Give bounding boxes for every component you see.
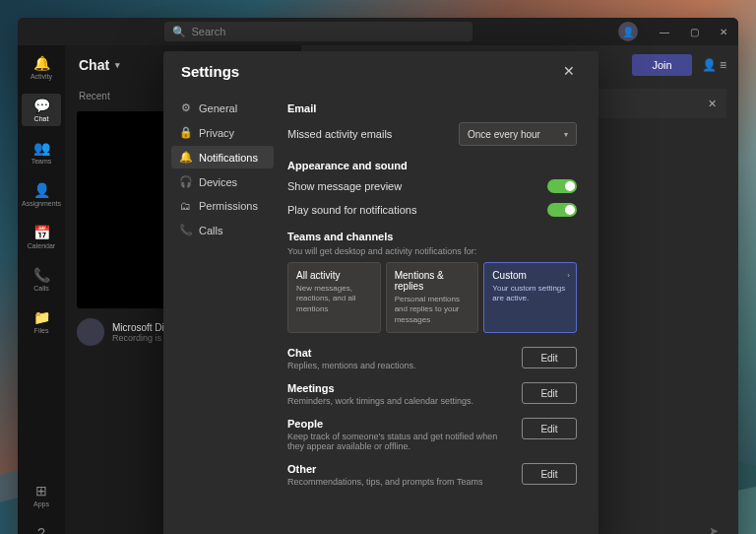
preview-toggle[interactable] [547, 179, 577, 193]
settings-title: Settings [181, 63, 557, 80]
edit-meetings-desc: Reminders, work timings and calendar set… [287, 396, 512, 406]
gear-icon: ⚙ [179, 101, 192, 114]
edit-meetings-button[interactable]: Edit [522, 382, 577, 404]
files-icon: 📁 [33, 309, 50, 325]
rail-calendar[interactable]: 📅Calendar [22, 221, 61, 253]
minimize-button[interactable]: — [650, 18, 679, 45]
send-icon[interactable]: ➤ [709, 524, 719, 534]
rail-help[interactable]: ?Help [22, 521, 61, 534]
rail-apps[interactable]: ⊞Apps [22, 479, 61, 511]
section-teams-title: Teams and channels [287, 231, 577, 242]
chat-header-label: Chat [79, 57, 109, 73]
rail-teams[interactable]: 👥Teams [22, 136, 61, 168]
close-window-button[interactable]: ✕ [709, 18, 738, 45]
missed-activity-dropdown[interactable]: Once every hour ▾ [459, 122, 577, 146]
card-all-activity[interactable]: All activity New messages, reactions, an… [287, 262, 381, 333]
settings-content: Email Missed activity emails Once every … [282, 91, 598, 534]
chevron-right-icon: › [567, 271, 570, 280]
card-custom[interactable]: › Custom Your custom settings are active… [483, 262, 577, 333]
chevron-down-icon: ▾ [115, 60, 120, 70]
rail-assignments[interactable]: 👤Assignments [22, 178, 61, 211]
missed-activity-label: Missed activity emails [287, 128, 459, 140]
nav-notifications[interactable]: 🔔Notifications [171, 146, 274, 168]
content-top-icons[interactable]: 👤 ≡ [702, 58, 726, 72]
section-appearance-title: Appearance and sound [287, 160, 577, 171]
bell-icon: 🔔 [179, 151, 192, 164]
banner-close-icon[interactable]: ✕ [708, 98, 717, 110]
nav-calls[interactable]: 📞Calls [171, 219, 274, 241]
phone-icon: 📞 [33, 267, 50, 283]
search-input[interactable]: 🔍 Search [164, 22, 472, 41]
edit-people-title: People [287, 418, 512, 430]
preview-label: Show message preview [287, 180, 547, 192]
close-icon[interactable]: ✕ [557, 59, 581, 83]
edit-other-desc: Recommendations, tips, and prompts from … [287, 477, 512, 487]
edit-chat-title: Chat [287, 347, 512, 359]
app-rail: 🔔Activity 💬Chat 👥Teams 👤Assignments 📅Cal… [18, 45, 65, 534]
user-avatar[interactable]: 👤 [618, 22, 638, 41]
edit-chat-button[interactable]: Edit [522, 347, 577, 368]
edit-chat-desc: Replies, mentions and reactions. [287, 361, 512, 370]
edit-people-button[interactable]: Edit [522, 418, 577, 439]
join-button[interactable]: Join [632, 54, 691, 76]
edit-meetings-title: Meetings [287, 382, 512, 394]
bell-icon: 🔔 [33, 55, 50, 71]
edit-people-desc: Keep track of someone's status and get n… [287, 432, 512, 451]
section-teams-desc: You will get desktop and activity notifi… [287, 246, 577, 256]
chevron-down-icon: ▾ [564, 130, 568, 139]
card-mentions-replies[interactable]: Mentions & replies Personal mentions and… [386, 262, 479, 333]
nav-privacy[interactable]: 🔒Privacy [171, 121, 274, 144]
help-icon: ? [37, 525, 45, 534]
edit-other-title: Other [287, 463, 512, 475]
lock-icon: 🔒 [179, 126, 192, 139]
sound-toggle[interactable] [547, 203, 577, 217]
permissions-icon: 🗂 [179, 200, 192, 212]
nav-general[interactable]: ⚙General [171, 97, 274, 119]
rail-calls[interactable]: 📞Calls [22, 263, 61, 296]
apps-icon: ⊞ [35, 483, 47, 499]
chat-icon: 💬 [33, 98, 50, 113]
chat-item-avatar [77, 318, 104, 346]
edit-other-button[interactable]: Edit [522, 463, 577, 485]
search-placeholder: Search [192, 26, 226, 37]
dropdown-value: Once every hour [468, 129, 540, 140]
rail-files[interactable]: 📁Files [22, 305, 61, 338]
settings-modal: Settings ✕ ⚙General 🔒Privacy 🔔Notificati… [163, 51, 598, 534]
settings-nav: ⚙General 🔒Privacy 🔔Notifications 🎧Device… [163, 91, 282, 534]
calendar-icon: 📅 [33, 225, 50, 240]
headset-icon: 🎧 [179, 175, 192, 188]
assignments-icon: 👤 [33, 182, 50, 198]
phone-icon: 📞 [179, 224, 192, 236]
teams-icon: 👥 [33, 140, 50, 156]
sound-label: Play sound for notifications [287, 204, 547, 216]
title-bar: 🔍 Search 👤 — ▢ ✕ [18, 18, 738, 45]
maximize-button[interactable]: ▢ [679, 18, 709, 45]
rail-chat[interactable]: 💬Chat [22, 94, 61, 126]
nav-devices[interactable]: 🎧Devices [171, 170, 274, 193]
nav-permissions[interactable]: 🗂Permissions [171, 195, 274, 217]
rail-activity[interactable]: 🔔Activity [22, 51, 61, 84]
search-icon: 🔍 [172, 26, 186, 38]
section-email-title: Email [287, 102, 577, 114]
